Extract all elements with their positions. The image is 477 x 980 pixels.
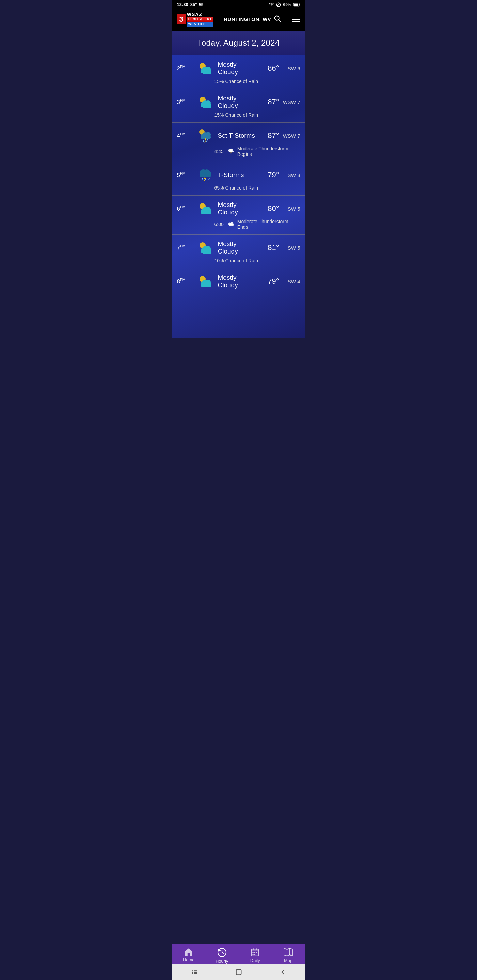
back-system-icon[interactable] xyxy=(279,969,287,976)
weather-row[interactable]: 5PM T-Storms 79° SW 8 65% Chance of Ra xyxy=(172,162,305,196)
weather-description: Mostly Cloudy xyxy=(218,274,257,289)
svg-line-25 xyxy=(207,140,207,142)
nav-map-label: Map xyxy=(284,958,292,963)
svg-rect-79 xyxy=(236,970,241,975)
hourly-weather-list: 2PM Mostly Cloudy 86° SW 6 15% Chance of… xyxy=(172,56,305,338)
hour-label: 3PM xyxy=(177,99,192,106)
search-button[interactable] xyxy=(274,15,281,24)
back-clock-icon xyxy=(217,948,227,957)
svg-rect-65 xyxy=(253,952,254,953)
weather-row[interactable]: 8PM Mostly Cloudy 79° SW 4 xyxy=(172,269,305,294)
weather-icon-mostly-cloudy-day xyxy=(195,201,214,216)
status-bar: 12:30 85° ✉ 69% xyxy=(172,0,305,9)
temperature: 87° xyxy=(260,131,279,140)
hour-label: 5PM xyxy=(177,172,192,179)
hour-label: 8PM xyxy=(177,278,192,285)
weather-row[interactable]: 3PM Mostly Cloudy 87° WSW 7 15% Chance o… xyxy=(172,89,305,123)
battery-icon xyxy=(294,3,300,7)
weather-sub-info: 65% Chance of Rain xyxy=(214,185,300,191)
hour-label: 4PM xyxy=(177,132,192,140)
weather-description: Mostly Cloudy xyxy=(218,240,257,255)
sub-text: 65% Chance of Rain xyxy=(214,185,258,191)
svg-line-1 xyxy=(277,3,280,6)
hour-label: 7PM xyxy=(177,244,192,251)
weather-row[interactable]: 4PM Sct T-Storms 87° WSW 7 4:45 xyxy=(172,123,305,162)
weather-description: Mostly Cloudy xyxy=(218,61,257,76)
weather-row-main: 4PM Sct T-Storms 87° WSW 7 xyxy=(177,128,300,143)
sub-text: Moderate Thunderstorm Begins xyxy=(237,146,300,157)
weather-row-main: 7PM Mostly Cloudy 81° SW 5 xyxy=(177,240,300,255)
weather-description: Sct T-Storms xyxy=(218,132,257,140)
wind-speed: SW 6 xyxy=(282,66,300,72)
weather-row[interactable]: 7PM Mostly Cloudy 81° SW 5 10% Chance of… xyxy=(172,235,305,269)
temperature: 80° xyxy=(260,204,279,213)
app-logo: 3 WSAZ FIRST ALERT WEATHER xyxy=(177,12,213,27)
svg-rect-67 xyxy=(256,952,257,953)
weather-icon-mostly-cloudy-day xyxy=(195,95,214,110)
wind-speed: SW 5 xyxy=(282,245,300,251)
svg-line-24 xyxy=(203,140,204,142)
svg-line-37 xyxy=(209,178,209,180)
svg-rect-12 xyxy=(201,71,211,73)
status-battery: 69% xyxy=(283,2,291,7)
nav-daily-label: Daily xyxy=(250,958,260,963)
sub-icon xyxy=(228,221,235,228)
menu-button[interactable] xyxy=(292,17,300,22)
nav-map[interactable]: Map xyxy=(276,948,300,964)
svg-point-5 xyxy=(275,16,279,21)
svg-rect-69 xyxy=(254,954,255,955)
svg-rect-68 xyxy=(253,954,254,955)
weather-row-main: 6PM Mostly Cloudy 80° SW 5 xyxy=(177,201,300,216)
wind-speed: WSW 7 xyxy=(282,133,300,139)
weather-rows-container: 2PM Mostly Cloudy 86° SW 6 15% Chance of… xyxy=(172,56,305,294)
logo-number: 3 xyxy=(177,14,186,24)
weather-description: Mostly Cloudy xyxy=(218,201,257,216)
wind-speed: SW 5 xyxy=(282,206,300,212)
nav-daily[interactable]: Daily xyxy=(243,948,267,964)
home-icon xyxy=(184,948,193,956)
svg-line-35 xyxy=(202,178,203,180)
home-system-icon[interactable] xyxy=(235,969,242,976)
logo-weather: WEATHER xyxy=(187,22,213,27)
weather-sub-info: 6:00 Moderate Thunderstorm Ends xyxy=(214,219,300,230)
logo-first-alert: FIRST ALERT xyxy=(187,17,213,22)
svg-rect-66 xyxy=(254,952,255,953)
weather-icon-mostly-cloudy-day xyxy=(195,240,214,255)
wind-speed: WSW 7 xyxy=(282,99,300,105)
date-banner: Today, August 2, 2024 xyxy=(172,30,305,56)
nav-home[interactable]: Home xyxy=(177,948,201,964)
weather-icon-tstorms xyxy=(195,167,214,182)
svg-rect-18 xyxy=(201,105,211,107)
weather-icon-mostly-cloudy-day xyxy=(195,61,214,76)
temperature: 87° xyxy=(260,98,279,107)
weather-description: Mostly Cloudy xyxy=(218,95,257,110)
weather-row[interactable]: 6PM Mostly Cloudy 80° SW 5 6:00 Mo xyxy=(172,196,305,235)
logo-wsaz: WSAZ xyxy=(187,12,213,17)
menu-line-3 xyxy=(292,21,300,22)
sub-text: 15% Chance of Rain xyxy=(214,112,258,118)
svg-rect-47 xyxy=(228,224,234,226)
status-right: 69% xyxy=(269,2,300,7)
svg-line-6 xyxy=(279,20,281,22)
wind-speed: SW 4 xyxy=(282,279,300,285)
recents-icon[interactable] xyxy=(191,969,198,976)
temperature: 81° xyxy=(260,243,279,252)
weather-row[interactable]: 2PM Mostly Cloudy 86° SW 6 15% Chance of… xyxy=(172,56,305,89)
svg-rect-3 xyxy=(299,4,300,5)
menu-line-2 xyxy=(292,19,300,20)
sub-text: 10% Chance of Rain xyxy=(214,258,258,263)
nav-hourly-label: Hourly xyxy=(215,959,228,964)
temperature: 79° xyxy=(260,277,279,286)
weather-sub-info: 15% Chance of Rain xyxy=(214,79,300,84)
sub-text: 15% Chance of Rain xyxy=(214,79,258,84)
nav-hourly[interactable]: Hourly xyxy=(210,948,234,964)
location-display: HUNTINGTON, WV xyxy=(224,15,281,24)
weather-sub-info: 10% Chance of Rain xyxy=(214,258,300,263)
svg-rect-53 xyxy=(201,250,211,253)
svg-rect-44 xyxy=(201,211,211,214)
weather-sub-info: 15% Chance of Rain xyxy=(214,112,300,118)
weather-description: T-Storms xyxy=(218,171,257,179)
hour-label: 2PM xyxy=(177,65,192,72)
event-time: 4:45 xyxy=(214,149,224,154)
system-navigation xyxy=(172,964,305,980)
